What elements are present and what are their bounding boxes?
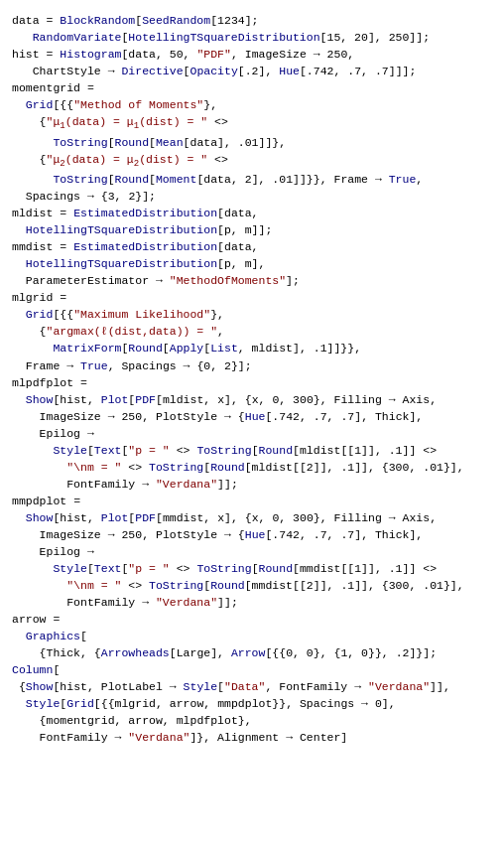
line-1: data = BlockRandom[SeedRandom[1234]; Ran… bbox=[12, 14, 464, 744]
code-container: data = BlockRandom[SeedRandom[1234]; Ran… bbox=[10, 8, 494, 750]
code-pre: data = BlockRandom[SeedRandom[1234]; Ran… bbox=[12, 12, 492, 746]
